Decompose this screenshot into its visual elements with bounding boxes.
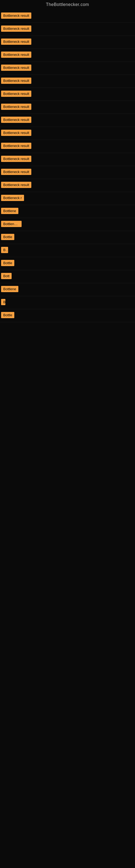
bottleneck-badge[interactable]: B (1, 299, 5, 305)
bottleneck-badge[interactable]: Bottlene (1, 286, 18, 292)
bottleneck-badge[interactable]: Bottleneck result (1, 12, 31, 19)
bottleneck-badge[interactable]: Bottle (1, 312, 14, 318)
result-row: Bottleneck result (0, 75, 135, 88)
result-row: Bottleneck result (0, 88, 135, 101)
result-row: Bottleneck r (0, 192, 135, 205)
result-row: Bottleneck result (0, 62, 135, 75)
bottleneck-badge[interactable]: Bottleneck result (1, 156, 31, 162)
bottleneck-badge[interactable]: Bottleneck result (1, 52, 31, 58)
result-row: Bottle (0, 257, 135, 270)
bottleneck-badge[interactable]: Bottlene (1, 208, 18, 214)
bottleneck-badge[interactable]: Bottleneck result (1, 78, 31, 84)
bottleneck-badge[interactable]: Bottle (1, 260, 14, 266)
bottleneck-badge[interactable]: Bottleneck result (1, 104, 31, 110)
result-row: Bottle (0, 231, 135, 244)
bottleneck-badge[interactable]: Bottleneck result (1, 130, 31, 136)
result-row: Bottleneck result (0, 101, 135, 114)
result-row: Bottleneck result (0, 140, 135, 153)
result-row: Bottleneck result (0, 49, 135, 62)
bottleneck-badge[interactable]: Bottleneck result (1, 65, 31, 71)
result-row: Bottleneck result (0, 179, 135, 192)
result-row: Bo (0, 244, 135, 257)
result-row: Bottleneck result (0, 114, 135, 127)
bottleneck-badge[interactable]: Bottleneck result (1, 143, 31, 149)
result-row: Bottleneck result (0, 36, 135, 49)
bottleneck-badge[interactable]: Bottleneck result (1, 38, 31, 45)
results-list: Bottleneck resultBottleneck resultBottle… (0, 10, 135, 322)
bottleneck-badge[interactable]: Bottleneck (1, 221, 21, 227)
result-row: B (0, 296, 135, 309)
bottleneck-badge[interactable]: Bottle (1, 234, 14, 240)
result-row: Bottlene (0, 205, 135, 218)
result-row: Bottleneck result (0, 10, 135, 23)
site-title: TheBottlenecker.com (0, 0, 135, 10)
result-row: Bottleneck result (0, 127, 135, 140)
result-row: Bottleneck result (0, 153, 135, 166)
bottleneck-badge[interactable]: Bottleneck result (1, 117, 31, 123)
result-row: Bottleneck result (0, 166, 135, 179)
bottleneck-badge[interactable]: Bott (1, 273, 12, 279)
bottleneck-badge[interactable]: Bo (1, 247, 8, 253)
site-header: TheBottlenecker.com (0, 0, 135, 10)
result-row: Bott (0, 270, 135, 283)
bottleneck-badge[interactable]: Bottleneck result (1, 26, 31, 32)
result-row: Bottle (0, 309, 135, 322)
bottleneck-badge[interactable]: Bottleneck result (1, 182, 31, 188)
bottleneck-badge[interactable]: Bottleneck result (1, 169, 31, 175)
result-row: Bottleneck result (0, 23, 135, 36)
result-row: Bottleneck (0, 218, 135, 231)
bottleneck-badge[interactable]: Bottleneck r (1, 195, 24, 201)
result-row: Bottlene (0, 283, 135, 296)
bottleneck-badge[interactable]: Bottleneck result (1, 91, 31, 97)
